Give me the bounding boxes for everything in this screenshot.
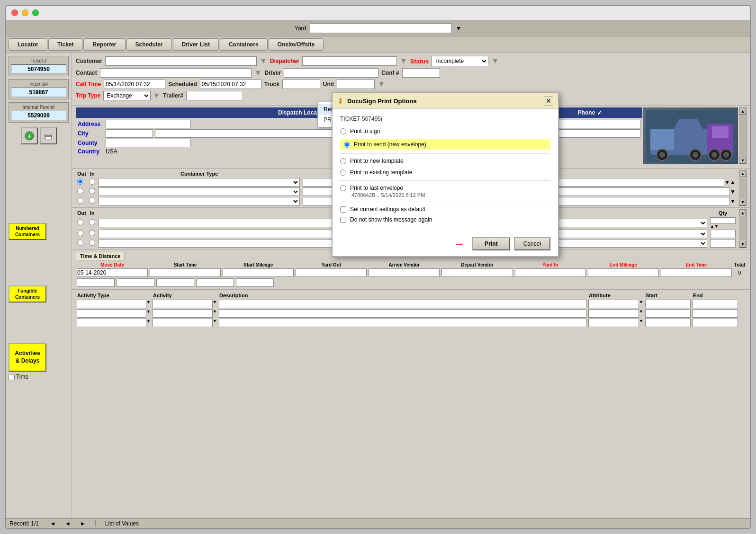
maximize-button[interactable]	[32, 9, 39, 16]
act-activity-arrow-1[interactable]: ▼	[213, 300, 217, 308]
fc-qty-input-3[interactable]	[710, 239, 736, 248]
move-date-input[interactable]	[77, 268, 148, 277]
scroll-v-1[interactable]: ▲	[730, 179, 736, 186]
container-type-select-2[interactable]	[99, 187, 300, 196]
container-arrow-3[interactable]: ▼	[730, 198, 736, 205]
act-activity-input-2[interactable]	[153, 309, 213, 318]
print-to-new-template-radio[interactable]	[340, 158, 346, 164]
td-extra-4[interactable]	[196, 278, 234, 287]
act-attr-arrow-3[interactable]: ▼	[639, 319, 643, 327]
act-activity-input-3[interactable]	[153, 319, 213, 327]
dispatcher-input[interactable]	[302, 56, 397, 66]
print-to-existing-template-radio[interactable]	[340, 169, 346, 176]
address-input[interactable]	[106, 120, 191, 128]
time-checkbox[interactable]	[9, 374, 15, 380]
yard-in-input[interactable]	[515, 268, 586, 277]
fc-out-radio-2[interactable]	[77, 230, 83, 236]
call-time-input[interactable]	[104, 80, 165, 89]
act-description-input-1[interactable]	[219, 300, 586, 308]
status-select[interactable]: Incomplete	[432, 56, 488, 66]
nc-scroll-down[interactable]: ▼	[739, 199, 746, 205]
act-activity-input-1[interactable]	[153, 300, 213, 308]
truck-input[interactable]	[282, 80, 320, 89]
nc-out-radio-1[interactable]	[77, 178, 83, 185]
modal-close-button[interactable]: ✕	[544, 96, 553, 106]
fc-scroll-up[interactable]: ▲	[739, 210, 746, 216]
close-button[interactable]	[11, 9, 18, 16]
act-start-input-3[interactable]	[645, 319, 691, 327]
container-type-select-3[interactable]	[99, 197, 300, 205]
print-to-sign-radio[interactable]	[340, 128, 346, 134]
act-description-input-2[interactable]	[219, 309, 586, 318]
td-extra-2[interactable]	[117, 278, 154, 287]
activities-delays-label[interactable]: Activities & Delays	[9, 343, 46, 372]
nav-onsite-offsite[interactable]: Onsite/Offsite	[269, 38, 324, 51]
numbered-containers-label[interactable]: Numbered Containers	[9, 223, 46, 240]
nav-driver-list[interactable]: Driver List	[173, 38, 219, 51]
td-extra-1[interactable]	[77, 278, 115, 287]
print-icon[interactable]	[40, 127, 57, 144]
nc-in-radio-1[interactable]	[89, 178, 95, 185]
customer-input[interactable]	[105, 56, 257, 66]
fc-out-radio-1[interactable]	[77, 219, 83, 225]
time-distance-label[interactable]: Time & Distance	[76, 252, 125, 260]
container-type-select-1[interactable]	[99, 178, 300, 187]
start-time-input[interactable]	[150, 268, 221, 277]
arrive-vendor-input[interactable]	[369, 268, 440, 277]
fc-qty-input-1[interactable]	[710, 217, 736, 224]
fc-in-radio-1[interactable]	[89, 219, 95, 225]
act-type-arrow-2[interactable]: ▼	[146, 309, 151, 318]
act-type-input-2[interactable]	[77, 309, 146, 318]
contact-input[interactable]	[100, 68, 252, 78]
trailer-input[interactable]	[186, 91, 243, 100]
fc-in-radio-3[interactable]	[89, 240, 95, 246]
scroll-down-arrow[interactable]: ▼	[739, 157, 746, 164]
print-to-send-radio[interactable]	[344, 142, 350, 148]
act-end-input-1[interactable]	[693, 300, 738, 308]
nav-ticket[interactable]: Ticket	[48, 38, 82, 51]
start-mileage-input[interactable]	[223, 268, 294, 277]
fungible-containers-label[interactable]: Fungible Containers	[9, 285, 46, 303]
county-input[interactable]	[106, 139, 191, 147]
print-to-last-envelope-radio[interactable]	[340, 185, 346, 191]
cancel-button[interactable]: Cancel	[514, 237, 550, 250]
act-attr-arrow-1[interactable]: ▼	[639, 300, 643, 308]
td-extra-5[interactable]	[236, 278, 274, 287]
yard-dropdown-arrow[interactable]: ▼	[456, 25, 461, 32]
act-attribute-input-1[interactable]	[588, 300, 639, 308]
no-show-checkbox[interactable]	[340, 217, 346, 223]
scheduled-input[interactable]	[200, 80, 261, 89]
nav-locator[interactable]: Locator	[9, 38, 47, 51]
driver-input[interactable]	[284, 68, 378, 78]
fc-qty-up-1[interactable]: ▲	[710, 224, 714, 229]
nav-reporter[interactable]: Reporter	[83, 38, 125, 51]
act-activity-arrow-2[interactable]: ▼	[213, 309, 217, 318]
act-type-input-1[interactable]	[77, 300, 146, 308]
act-type-arrow-1[interactable]: ▼	[146, 300, 151, 308]
act-attribute-input-3[interactable]	[588, 319, 639, 327]
act-start-input-1[interactable]	[645, 300, 691, 308]
act-start-input-2[interactable]	[645, 309, 691, 318]
act-type-arrow-3[interactable]: ▼	[146, 319, 151, 327]
act-type-input-3[interactable]	[77, 319, 146, 327]
nc-in-radio-2[interactable]	[89, 188, 95, 194]
container-arrow-2[interactable]: ▼	[730, 188, 736, 195]
yard-out-input[interactable]	[296, 268, 367, 277]
conf-input[interactable]	[402, 68, 440, 78]
act-attr-arrow-2[interactable]: ▼	[639, 309, 643, 318]
nav-scheduler[interactable]: Scheduler	[126, 38, 172, 51]
yard-input[interactable]	[310, 23, 452, 33]
nav-next[interactable]: ►	[80, 520, 86, 527]
nc-out-radio-2[interactable]	[77, 188, 83, 194]
fc-scroll-down[interactable]: ▼	[739, 241, 746, 248]
nc-scroll-up[interactable]: ▲	[739, 170, 746, 177]
add-icon[interactable]: +	[21, 127, 38, 144]
trip-type-select[interactable]: Exchange	[103, 91, 151, 100]
act-attribute-input-2[interactable]	[588, 309, 639, 318]
scroll-up-arrow[interactable]: ▲	[739, 108, 746, 115]
nav-first[interactable]: |◄	[48, 520, 55, 527]
state-input[interactable]	[155, 129, 344, 138]
fc-out-radio-3[interactable]	[77, 240, 83, 246]
fc-in-radio-2[interactable]	[89, 230, 95, 236]
nav-containers[interactable]: Containers	[220, 38, 268, 51]
